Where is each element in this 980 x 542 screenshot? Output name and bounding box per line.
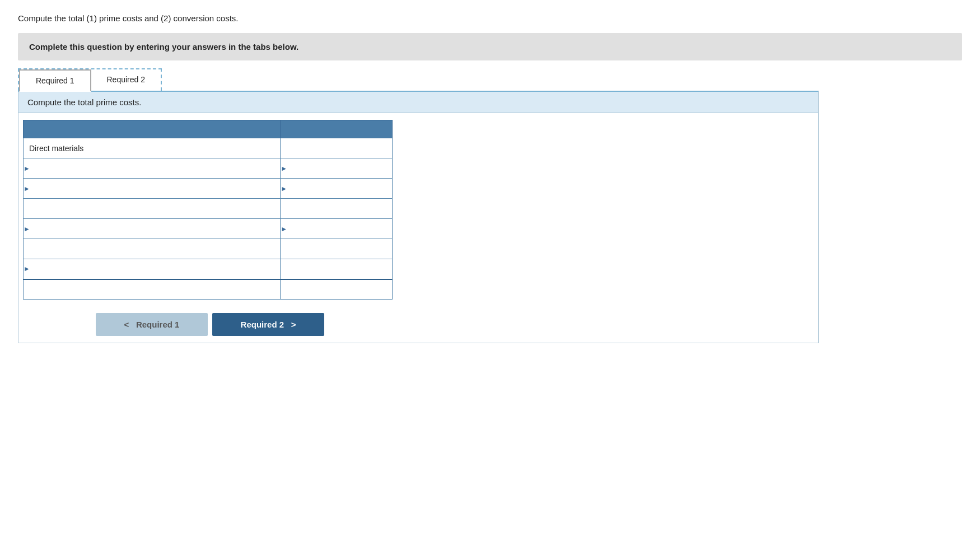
table-container: Direct materials ► [18,113,818,343]
tab-heading: Compute the total prime costs. [18,92,818,113]
row-arrow1-value-cell[interactable]: ► [281,158,393,179]
tab-required2-label: Required 2 [107,75,146,84]
tab-heading-text: Compute the total prime costs. [27,97,141,107]
prev-button[interactable]: < Required 1 [96,313,208,336]
instruction-text: Complete this question by entering your … [29,42,298,52]
row-arrow1-label-cell[interactable]: ► [24,158,281,179]
next-icon: > [291,320,296,329]
row-direct-materials-used-value [281,239,393,259]
arrow-icon-3: ► [24,225,30,233]
direct-materials-input[interactable] [281,138,392,158]
nav-buttons: < Required 1 Required 2 > [23,313,393,336]
row-arrow3-label-cell[interactable]: ► [24,219,281,239]
row-direct-materials-label: Direct materials [24,138,281,158]
row-arrow2-value-cell[interactable]: ► [281,179,393,199]
tabs-container: Required 1 Required 2 [18,68,162,91]
arrow4-label-input[interactable] [32,261,280,277]
arrow-icon-2v: ► [281,185,287,193]
next-button[interactable]: Required 2 > [212,313,324,336]
instruction-banner: Complete this question by entering your … [18,33,962,60]
row-total-value [281,279,393,300]
row-direct-materials-input[interactable] [281,138,393,158]
arrow3-value-input[interactable] [290,221,392,237]
tab-required2[interactable]: Required 2 [91,69,161,91]
tab-required1-label: Required 1 [36,76,74,85]
tabs-row: Required 1 Required 2 [18,60,962,91]
direct-materials-text: Direct materials [29,144,83,153]
row-arrow2-label-cell[interactable]: ► [24,179,281,199]
table-row: ► ► [24,179,393,199]
arrow-icon-1v: ► [281,165,287,172]
row-raw-materials-label [24,199,281,219]
row-direct-materials-used-label [24,239,281,259]
table-row: ► ► [24,219,393,239]
arrow-icon-2: ► [24,185,30,193]
row-arrow3-value-cell[interactable]: ► [281,219,393,239]
row-arrow4-label-cell[interactable]: ► [24,259,281,279]
table-row: ► [24,259,393,279]
arrow4-value-input[interactable] [281,259,392,279]
intro-text: Compute the total (1) prime costs and (2… [18,13,962,23]
arrow-icon-4: ► [24,265,30,273]
col-label-header [24,120,281,138]
arrow-icon-3v: ► [281,225,287,233]
arrow3-label-input[interactable] [32,221,280,237]
table-row [24,239,393,259]
arrow2-value-input[interactable] [290,181,392,197]
col-value-header [281,120,393,138]
tab-required1[interactable]: Required 1 [19,69,91,92]
arrow1-value-input[interactable] [290,161,392,176]
table-row: Direct materials [24,138,393,158]
prev-label: Required 1 [136,320,180,329]
row-arrow4-value-cell[interactable] [281,259,393,279]
table-header-row [24,120,393,138]
arrow2-label-input[interactable] [32,181,280,197]
arrow1-label-input[interactable] [32,161,280,176]
cost-table: Direct materials ► [23,120,393,300]
table-row [24,199,393,219]
row-total-label [24,279,281,300]
tabs-and-content: Required 1 Required 2 Compute the total … [18,60,962,343]
table-row: ► ► [24,158,393,179]
table-row-total [24,279,393,300]
next-label: Required 2 [241,320,284,329]
row-raw-materials-value [281,199,393,219]
tab-content-area: Compute the total prime costs. Direct ma… [18,91,819,343]
arrow-icon-1: ► [24,165,30,172]
prev-icon: < [124,320,129,329]
